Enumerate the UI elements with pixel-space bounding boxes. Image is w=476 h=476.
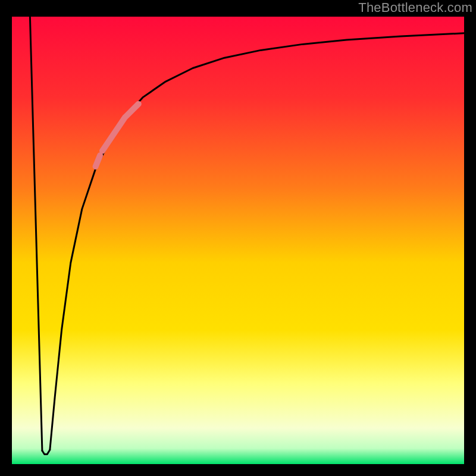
- gradient-background: [12, 17, 464, 464]
- watermark-text: TheBottleneck.com: [358, 0, 472, 15]
- plot-area: [12, 17, 464, 464]
- series-pink-dot-lower: [96, 155, 101, 167]
- chart-frame: TheBottleneck.com: [0, 0, 476, 476]
- chart-svg: [12, 17, 464, 464]
